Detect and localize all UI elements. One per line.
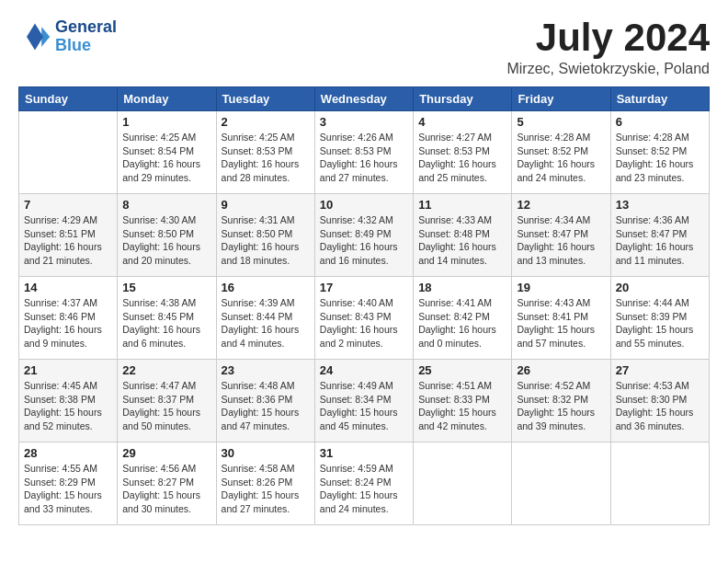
calendar-cell: 15Sunrise: 4:38 AM Sunset: 8:45 PM Dayli… [118,277,216,360]
day-number: 13 [616,198,704,212]
calendar-cell [610,442,709,525]
day-number: 22 [122,363,210,377]
day-number: 16 [222,281,310,294]
day-number: 18 [418,281,506,294]
weekday-header-tuesday: Tuesday [216,87,314,111]
day-info: Sunrise: 4:55 AM Sunset: 8:29 PM Dayligh… [24,462,112,516]
day-info: Sunrise: 4:31 AM Sunset: 8:50 PM Dayligh… [222,213,310,268]
calendar-cell: 21Sunrise: 4:45 AM Sunset: 8:38 PM Dayli… [19,360,118,442]
calendar-cell: 9Sunrise: 4:31 AM Sunset: 8:50 PM Daylig… [216,194,314,277]
svg-marker-1 [27,23,43,50]
calendar-cell: 1Sunrise: 4:25 AM Sunset: 8:54 PM Daylig… [118,111,216,194]
calendar-cell: 25Sunrise: 4:51 AM Sunset: 8:33 PM Dayli… [414,360,512,442]
day-info: Sunrise: 4:26 AM Sunset: 8:53 PM Dayligh… [320,131,408,185]
page-header: General Blue July 2024 Mirzec, Swietokrz… [18,18,710,77]
day-number: 25 [418,363,506,377]
day-number: 7 [24,198,112,212]
day-info: Sunrise: 4:41 AM Sunset: 8:42 PM Dayligh… [418,296,506,350]
weekday-header-sunday: Sunday [19,87,118,111]
calendar-cell: 22Sunrise: 4:47 AM Sunset: 8:37 PM Dayli… [118,360,216,442]
logo-icon [18,20,51,53]
calendar-cell: 17Sunrise: 4:40 AM Sunset: 8:43 PM Dayli… [314,277,413,360]
day-number: 4 [418,115,506,129]
calendar-cell: 28Sunrise: 4:55 AM Sunset: 8:29 PM Dayli… [19,442,118,525]
calendar-cell: 8Sunrise: 4:30 AM Sunset: 8:50 PM Daylig… [118,194,216,277]
calendar-cell: 20Sunrise: 4:44 AM Sunset: 8:39 PM Dayli… [610,277,709,360]
day-number: 3 [320,115,408,129]
day-number: 8 [122,198,210,212]
day-number: 20 [616,281,704,294]
day-number: 19 [517,281,605,294]
day-number: 24 [320,363,408,377]
day-number: 31 [320,446,408,460]
day-info: Sunrise: 4:51 AM Sunset: 8:33 PM Dayligh… [418,379,506,433]
calendar-cell: 27Sunrise: 4:53 AM Sunset: 8:30 PM Dayli… [610,360,709,442]
day-number: 21 [24,363,112,377]
day-number: 23 [222,363,310,377]
day-number: 10 [320,198,408,212]
calendar-cell [19,111,118,194]
day-info: Sunrise: 4:48 AM Sunset: 8:36 PM Dayligh… [222,379,310,433]
calendar-cell: 2Sunrise: 4:25 AM Sunset: 8:53 PM Daylig… [216,111,314,194]
calendar-cell: 24Sunrise: 4:49 AM Sunset: 8:34 PM Dayli… [314,360,413,442]
day-info: Sunrise: 4:38 AM Sunset: 8:45 PM Dayligh… [122,296,210,350]
day-info: Sunrise: 4:58 AM Sunset: 8:26 PM Dayligh… [222,462,310,516]
day-number: 9 [222,198,310,212]
day-info: Sunrise: 4:25 AM Sunset: 8:53 PM Dayligh… [222,131,310,185]
logo-text-line1: General [55,18,117,37]
calendar-cell: 4Sunrise: 4:27 AM Sunset: 8:53 PM Daylig… [414,111,512,194]
calendar-cell: 6Sunrise: 4:28 AM Sunset: 8:52 PM Daylig… [610,111,709,194]
calendar-cell: 11Sunrise: 4:33 AM Sunset: 8:48 PM Dayli… [414,194,512,277]
calendar-week-5: 28Sunrise: 4:55 AM Sunset: 8:29 PM Dayli… [19,442,710,525]
day-number: 12 [517,198,605,212]
calendar-cell: 13Sunrise: 4:36 AM Sunset: 8:47 PM Dayli… [610,194,709,277]
day-info: Sunrise: 4:56 AM Sunset: 8:27 PM Dayligh… [122,462,210,516]
day-info: Sunrise: 4:43 AM Sunset: 8:41 PM Dayligh… [517,296,605,350]
logo: General Blue [18,18,117,55]
day-info: Sunrise: 4:44 AM Sunset: 8:39 PM Dayligh… [616,296,704,350]
logo-text-line2: Blue [55,37,117,55]
day-number: 26 [517,363,605,377]
day-info: Sunrise: 4:30 AM Sunset: 8:50 PM Dayligh… [122,213,210,268]
day-info: Sunrise: 4:49 AM Sunset: 8:34 PM Dayligh… [320,379,408,433]
calendar-cell: 14Sunrise: 4:37 AM Sunset: 8:46 PM Dayli… [19,277,118,360]
calendar-week-2: 7Sunrise: 4:29 AM Sunset: 8:51 PM Daylig… [19,194,710,277]
calendar-table: SundayMondayTuesdayWednesdayThursdayFrid… [18,86,710,525]
calendar-week-1: 1Sunrise: 4:25 AM Sunset: 8:54 PM Daylig… [19,111,710,194]
calendar-cell: 23Sunrise: 4:48 AM Sunset: 8:36 PM Dayli… [216,360,314,442]
day-number: 30 [222,446,310,460]
day-info: Sunrise: 4:59 AM Sunset: 8:24 PM Dayligh… [320,462,408,516]
day-info: Sunrise: 4:34 AM Sunset: 8:47 PM Dayligh… [517,213,605,268]
day-number: 1 [122,115,210,129]
day-info: Sunrise: 4:39 AM Sunset: 8:44 PM Dayligh… [222,296,310,350]
calendar-cell: 30Sunrise: 4:58 AM Sunset: 8:26 PM Dayli… [216,442,314,525]
day-number: 5 [517,115,605,129]
calendar-header-row: SundayMondayTuesdayWednesdayThursdayFrid… [19,87,710,111]
day-info: Sunrise: 4:47 AM Sunset: 8:37 PM Dayligh… [122,379,210,433]
day-number: 28 [24,446,112,460]
calendar-cell: 26Sunrise: 4:52 AM Sunset: 8:32 PM Dayli… [512,360,610,442]
calendar-cell: 29Sunrise: 4:56 AM Sunset: 8:27 PM Dayli… [118,442,216,525]
day-number: 14 [24,281,112,294]
calendar-cell: 7Sunrise: 4:29 AM Sunset: 8:51 PM Daylig… [19,194,118,277]
calendar-week-3: 14Sunrise: 4:37 AM Sunset: 8:46 PM Dayli… [19,277,710,360]
day-number: 17 [320,281,408,294]
title-block: July 2024 Mirzec, Swietokrzyskie, Poland [506,18,710,77]
day-info: Sunrise: 4:40 AM Sunset: 8:43 PM Dayligh… [320,296,408,350]
day-number: 2 [222,115,310,129]
weekday-header-thursday: Thursday [414,87,512,111]
day-number: 27 [616,363,704,377]
day-info: Sunrise: 4:36 AM Sunset: 8:47 PM Dayligh… [616,213,704,268]
day-info: Sunrise: 4:37 AM Sunset: 8:46 PM Dayligh… [24,296,112,350]
weekday-header-wednesday: Wednesday [314,87,413,111]
day-info: Sunrise: 4:29 AM Sunset: 8:51 PM Dayligh… [24,213,112,268]
day-info: Sunrise: 4:28 AM Sunset: 8:52 PM Dayligh… [616,131,704,185]
day-info: Sunrise: 4:27 AM Sunset: 8:53 PM Dayligh… [418,131,506,185]
weekday-header-monday: Monday [118,87,216,111]
month-title: July 2024 [506,18,710,57]
weekday-header-saturday: Saturday [610,87,709,111]
day-info: Sunrise: 4:25 AM Sunset: 8:54 PM Dayligh… [122,131,210,185]
calendar-cell: 10Sunrise: 4:32 AM Sunset: 8:49 PM Dayli… [314,194,413,277]
calendar-cell: 31Sunrise: 4:59 AM Sunset: 8:24 PM Dayli… [314,442,413,525]
location: Mirzec, Swietokrzyskie, Poland [506,61,710,77]
